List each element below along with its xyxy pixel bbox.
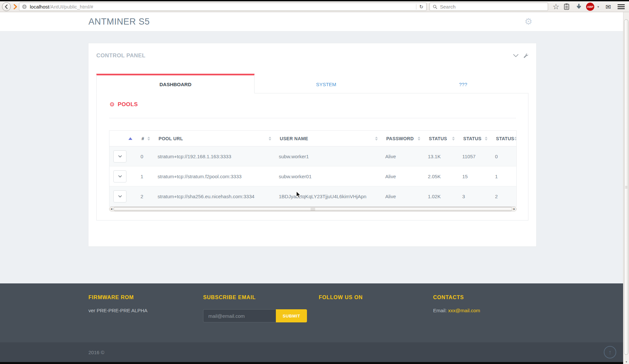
cell-pool-url: stratum+tcp://192.168.1.163:3333 (152, 154, 273, 159)
browser-toolbar: localhost/AntUI/public_html/# ↻ ☆ ABP ▾ … (0, 1, 629, 12)
table-row: 2 stratum+tcp://sha256.eu.nicehash.com:3… (109, 186, 516, 206)
sort-arrows-icon (514, 137, 516, 141)
table-row: 1 stratum+tcp://stratum.f2pool.com:3333 … (109, 166, 516, 186)
settings-gear-icon[interactable]: ⚙ (524, 17, 532, 26)
header-expander[interactable] (109, 131, 135, 146)
bookmark-star-icon[interactable]: ☆ (552, 1, 560, 12)
follow-heading: FOLLOW US ON (319, 295, 363, 300)
sort-arrows-icon (147, 137, 150, 141)
header-password[interactable]: PASSWORD (380, 131, 422, 146)
email-label: Email: (433, 308, 448, 313)
cell-status-1: 2.05K (422, 174, 457, 179)
cell-pool-url: stratum+tcp://sha256.eu.nicehash.com:333… (152, 194, 273, 199)
url-host: localhost (30, 4, 49, 10)
cell-status-1: 1.02K (422, 194, 457, 199)
subscribe-heading: SUBSCRIBE EMAIL (203, 295, 307, 300)
firmware-heading: FIRMWARE ROM (88, 295, 147, 300)
row-expand-button[interactable] (113, 150, 126, 163)
tab-unknown[interactable]: ??? (398, 74, 528, 93)
back-arrow-icon (4, 4, 9, 9)
row-expand-button[interactable] (113, 170, 126, 182)
search-icon (433, 5, 437, 9)
firmware-version: ver PRE-PRE-PRE ALPHA (88, 308, 147, 313)
mail-icon[interactable]: ✉ (603, 1, 613, 12)
control-panel-card: CONTROL PANEL DASHBOARD SYSTEM ??? ⚙ POO… (88, 43, 537, 247)
control-panel-title: CONTROL PANEL (96, 52, 145, 59)
cell-status-3: 1 (489, 174, 516, 179)
chevron-down-icon (118, 175, 122, 178)
contacts-heading: CONTACTS (433, 295, 480, 300)
cell-pool-url: stratum+tcp://stratum.f2pool.com:3333 (152, 174, 273, 179)
sort-arrows-icon (452, 137, 455, 141)
header-status-2[interactable]: STATUS (457, 131, 489, 146)
sort-ascending-icon (128, 137, 132, 140)
hamburger-menu-icon[interactable] (617, 1, 626, 12)
contact-email-link[interactable]: xxx@mail.com (448, 308, 480, 313)
scroll-to-top-button[interactable]: ↑ (604, 346, 616, 358)
window-edge-top (0, 0, 629, 1)
vertical-scrollbar-thumb[interactable] (624, 19, 628, 355)
url-bar[interactable]: localhost/AntUI/public_html/# ↻ (19, 3, 427, 11)
window-edge-bottom (0, 362, 629, 364)
cell-status-2: 15 (457, 174, 489, 179)
page-content: ANTMINER S5 ⚙ CONTROL PANEL DASHBOARD SY… (0, 12, 623, 362)
reload-icon[interactable]: ↻ (416, 4, 426, 10)
search-input[interactable] (440, 4, 548, 10)
subscribe-email-input[interactable] (203, 309, 276, 322)
section-divider (109, 118, 516, 118)
scroll-left-arrow-icon[interactable]: ◀ (109, 207, 113, 211)
tab-system[interactable]: SYSTEM (255, 74, 398, 93)
cell-num: 2 (135, 194, 152, 199)
tab-dashboard[interactable]: DASHBOARD (96, 74, 255, 93)
scrollbar-grip-icon (311, 208, 315, 210)
scroll-right-arrow-icon[interactable]: ▶ (512, 207, 516, 211)
url-path: /AntUI/public_html/# (49, 4, 93, 10)
cell-num: 1 (135, 174, 152, 179)
cell-password: Alive (380, 174, 422, 179)
pools-table: # POOL URL USER NAME PASSWORD STATUS STA… (109, 130, 517, 207)
table-horizontal-scrollbar[interactable]: ◀ ▶ (109, 207, 517, 211)
main-area: CONTROL PANEL DASHBOARD SYSTEM ??? ⚙ POO… (0, 31, 623, 283)
table-row: 0 stratum+tcp://192.168.1.163:3333 subw.… (109, 146, 516, 166)
clipboard-icon[interactable] (562, 1, 571, 12)
collapse-chevron-icon[interactable] (513, 54, 519, 58)
downloads-icon[interactable] (575, 1, 583, 12)
dashboard-panel: ⚙ POOLS # POOL URL USER NAME PASSWORD ST… (96, 93, 528, 220)
header-status-1[interactable]: STATUS (422, 131, 457, 146)
cell-status-3: 2 (489, 194, 516, 199)
subscribe-submit-button[interactable]: SUBMIT (276, 309, 307, 322)
cell-status-1: 13.1K (422, 154, 457, 159)
cell-status-2: 3 (457, 194, 489, 199)
scroll-down-arrow-icon[interactable]: ▾ (623, 360, 629, 363)
cell-password: Alive (380, 154, 422, 159)
sort-arrows-icon (269, 137, 271, 141)
header-num[interactable]: # (135, 131, 152, 146)
cell-password: Alive (380, 194, 422, 199)
browser-search-box[interactable] (429, 3, 548, 11)
url-text[interactable]: localhost/AntUI/public_html/# (30, 4, 93, 10)
adblock-icon[interactable]: ABP (586, 1, 595, 12)
pools-section-title: POOLS (118, 101, 138, 108)
horizontal-scrollbar-thumb[interactable] (113, 207, 512, 211)
chevron-down-icon (118, 155, 122, 158)
header-user-name[interactable]: USER NAME (273, 131, 380, 146)
cell-user: subw.worker01 (273, 174, 380, 179)
cell-num: 0 (135, 154, 152, 159)
forward-arrow-icon (12, 4, 18, 10)
pools-gear-icon: ⚙ (109, 102, 115, 107)
row-expand-button[interactable] (113, 190, 126, 202)
tab-bar: DASHBOARD SYSTEM ??? (96, 74, 528, 93)
table-header-row: # POOL URL USER NAME PASSWORD STATUS STA… (109, 131, 516, 146)
browser-forward-button[interactable] (12, 2, 18, 11)
site-globe-icon (22, 4, 27, 9)
copyright-text: 2016 © (88, 350, 105, 355)
footer-bottom-bar: 2016 © ↑ (0, 342, 623, 362)
sort-arrows-icon (418, 137, 420, 141)
header-status-3[interactable]: STATUS (489, 131, 516, 146)
wrench-icon[interactable] (523, 53, 528, 58)
page-vertical-scrollbar[interactable]: ▾ (623, 12, 629, 364)
chevron-down-icon (118, 195, 122, 198)
header-pool-url[interactable]: POOL URL (152, 131, 273, 146)
adblock-dropdown-caret-icon[interactable]: ▾ (596, 1, 601, 12)
browser-back-button[interactable] (2, 2, 11, 11)
